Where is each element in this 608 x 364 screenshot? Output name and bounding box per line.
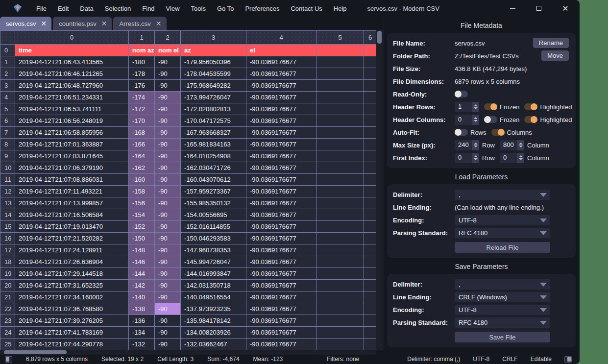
column-header-5[interactable]: 5: [316, 31, 364, 45]
table-cell[interactable]: [364, 256, 377, 268]
table-cell[interactable]: [316, 268, 364, 280]
table-cell[interactable]: [364, 268, 377, 280]
header-columns-frozen-toggle[interactable]: [484, 116, 497, 123]
table-cell[interactable]: -90: [155, 244, 181, 256]
table-cell[interactable]: -162: [129, 162, 155, 174]
table-cell[interactable]: 2019-04-12T21:06:58.855956: [15, 127, 129, 139]
table-cell[interactable]: [364, 68, 377, 80]
row-header-18[interactable]: 18: [0, 256, 15, 268]
table-cell[interactable]: 2019-04-12T21:06:46.121265: [15, 68, 129, 80]
table-cell[interactable]: 2019-04-12T21:06:51.234331: [15, 92, 129, 103]
table-cell[interactable]: [364, 139, 377, 150]
table-cell[interactable]: -136: [129, 315, 155, 327]
table-cell[interactable]: -90.0369176677: [246, 115, 316, 127]
column-header-4[interactable]: 4: [246, 31, 316, 45]
table-cell[interactable]: [364, 45, 377, 56]
header-rows-frozen-toggle[interactable]: [484, 103, 497, 110]
menu-selection[interactable]: Selection: [105, 5, 131, 12]
table-cell[interactable]: -90.0369176677: [246, 174, 316, 186]
table-cell[interactable]: 2019-04-12T21:06:53.741111: [15, 103, 129, 115]
table-cell[interactable]: -170: [129, 115, 155, 127]
table-cell[interactable]: -174: [129, 92, 155, 103]
table-cell[interactable]: nom el: [155, 45, 181, 56]
table-cell[interactable]: [364, 115, 377, 127]
table-cell[interactable]: -90: [155, 303, 181, 315]
row-header-16[interactable]: 16: [0, 233, 15, 244]
table-cell[interactable]: -90: [155, 80, 181, 92]
table-cell[interactable]: [316, 92, 364, 103]
row-header-7[interactable]: 7: [0, 127, 15, 139]
max-row-size-stepper[interactable]: 240: [455, 140, 479, 150]
table-cell[interactable]: -90.0369176677: [246, 56, 316, 68]
menu-help[interactable]: Help: [334, 5, 347, 12]
table-cell[interactable]: -135.984178142: [181, 315, 246, 327]
row-header-9[interactable]: 9: [0, 150, 15, 162]
table-cell[interactable]: -150.046293583: [181, 233, 246, 244]
table-cell[interactable]: -138: [129, 303, 155, 315]
load-delimiter-select[interactable]: ,: [455, 190, 550, 200]
max-column-size-stepper[interactable]: 800: [500, 140, 524, 150]
table-cell[interactable]: -90.0369176677: [246, 162, 316, 174]
menu-file[interactable]: File: [36, 5, 47, 12]
table-cell[interactable]: -90: [155, 150, 181, 162]
read-only-toggle[interactable]: [455, 91, 468, 97]
table-cell[interactable]: time: [15, 45, 129, 56]
table-cell[interactable]: [364, 80, 377, 92]
table-cell[interactable]: 2019-04-12T21:07:13.999857: [15, 197, 129, 209]
row-header-24[interactable]: 24: [0, 327, 15, 339]
table-cell[interactable]: -90.0369176677: [246, 186, 316, 197]
move-button[interactable]: Move: [541, 50, 569, 61]
table-cell[interactable]: -90.0369176677: [246, 127, 316, 139]
table-cell[interactable]: [316, 68, 364, 80]
table-cell[interactable]: [316, 162, 364, 174]
row-header-10[interactable]: 10: [0, 162, 15, 174]
table-cell[interactable]: -158: [129, 186, 155, 197]
table-cell[interactable]: -156: [129, 197, 155, 209]
table-cell[interactable]: [316, 280, 364, 291]
table-cell[interactable]: -90: [155, 315, 181, 327]
table-cell[interactable]: -164.010254908: [181, 150, 246, 162]
row-header-11[interactable]: 11: [0, 174, 15, 186]
tab-countries-psv[interactable]: countries.psv✕: [53, 17, 112, 30]
column-header-1[interactable]: 1: [129, 31, 155, 45]
menu-contact-us[interactable]: Contact Us: [291, 5, 322, 12]
table-cell[interactable]: -146: [129, 256, 155, 268]
menu-edit[interactable]: Edit: [58, 5, 69, 12]
row-header-1[interactable]: 1: [0, 56, 15, 68]
table-cell[interactable]: -90: [155, 256, 181, 268]
menu-data[interactable]: Data: [80, 5, 93, 12]
save-parsing-select[interactable]: RFC 4180: [455, 317, 550, 328]
table-cell[interactable]: -90.0369176677: [246, 221, 316, 233]
table-cell[interactable]: -147.960738353: [181, 244, 246, 256]
table-cell[interactable]: -90: [155, 186, 181, 197]
auto-fit-rows-toggle[interactable]: [455, 129, 468, 136]
menu-preferences[interactable]: Preferences: [245, 5, 279, 12]
table-cell[interactable]: -168: [129, 127, 155, 139]
table-cell[interactable]: -176: [129, 80, 155, 92]
table-cell[interactable]: [364, 209, 377, 221]
table-cell[interactable]: [316, 315, 364, 327]
table-cell[interactable]: -144: [129, 268, 155, 280]
table-cell[interactable]: [316, 139, 364, 150]
table-cell[interactable]: -140.049516554: [181, 291, 246, 303]
table-cell[interactable]: -178: [129, 68, 155, 80]
table-cell[interactable]: -150: [129, 233, 155, 244]
table-cell[interactable]: [316, 186, 364, 197]
row-header-21[interactable]: 21: [0, 291, 15, 303]
table-cell[interactable]: [316, 291, 364, 303]
table-cell[interactable]: -90.0369176677: [246, 256, 316, 268]
table-cell[interactable]: -162.030471726: [181, 162, 246, 174]
table-cell[interactable]: 2019-04-12T21:07:19.013470: [15, 221, 129, 233]
save-line-ending-select[interactable]: CRLF (Windows): [455, 292, 550, 302]
row-header-13[interactable]: 13: [0, 197, 15, 209]
table-cell[interactable]: [364, 339, 377, 350]
menu-view[interactable]: View: [166, 5, 180, 12]
table-cell[interactable]: 2019-04-12T21:06:48.727960: [15, 80, 129, 92]
tab-close-icon[interactable]: ✕: [41, 20, 47, 27]
grid-corner[interactable]: [0, 31, 15, 45]
stepper-arrows-icon[interactable]: [517, 140, 524, 150]
menu-go-to[interactable]: Go To: [217, 5, 234, 12]
stepper-arrows-icon[interactable]: [472, 102, 479, 112]
table-cell[interactable]: -134: [129, 327, 155, 339]
table-cell[interactable]: -166: [129, 139, 155, 150]
